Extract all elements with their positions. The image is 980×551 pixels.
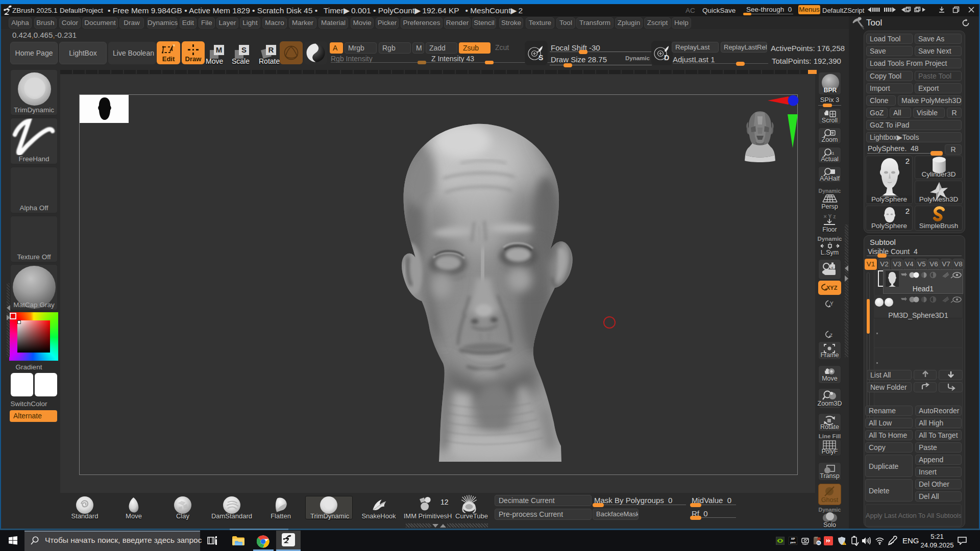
svg-text:x1: x1 [830,151,835,156]
svg-text:z: z [830,332,832,338]
svg-text:XYZ: XYZ [826,285,838,291]
svg-text:R: R [817,541,820,545]
svg-text:Y: Y [830,301,834,307]
